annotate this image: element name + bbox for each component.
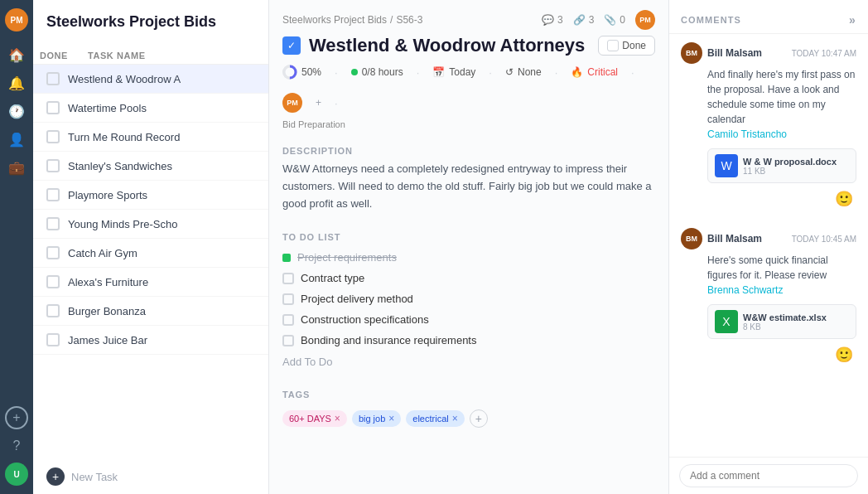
- task-checkbox[interactable]: [46, 130, 60, 143]
- todo-section: Project requirementsContract typeProject…: [269, 247, 668, 383]
- task-list-header: Steelworks Project Bids: [33, 0, 268, 47]
- comments-header: COMMENTS »: [669, 0, 868, 34]
- collapse-button[interactable]: »: [849, 13, 856, 27]
- task-item[interactable]: Burger Bonanza: [33, 297, 268, 326]
- tag[interactable]: big job×: [352, 410, 401, 427]
- comment-attachment[interactable]: X W&W estimate.xlsx 8 KB: [707, 304, 856, 339]
- done-label: Done: [622, 40, 646, 51]
- sidebar-icon-bell[interactable]: 🔔: [5, 71, 28, 94]
- tag-remove-icon[interactable]: ×: [452, 413, 458, 424]
- task-name: Young Minds Pre-Scho: [68, 218, 178, 230]
- task-checkbox[interactable]: [46, 72, 60, 85]
- task-checkbox[interactable]: [46, 101, 60, 114]
- todo-item[interactable]: Project delivery method: [282, 288, 655, 309]
- task-item[interactable]: Turn Me Round Record: [33, 123, 268, 152]
- done-checkbox: [607, 40, 619, 51]
- main-container: Steelworks Project Bids DONE TASK NAME W…: [33, 0, 868, 494]
- todo-checkbox[interactable]: [282, 273, 294, 284]
- task-list-columns: DONE TASK NAME: [33, 47, 268, 65]
- links-count: 3: [589, 14, 595, 26]
- tag-add-button[interactable]: +: [470, 409, 488, 428]
- task-type-icon: ✓: [282, 36, 301, 55]
- task-item[interactable]: Alexa's Furniture: [33, 268, 268, 297]
- todo-checkbox[interactable]: [282, 314, 294, 326]
- tag[interactable]: electrical×: [406, 410, 464, 427]
- detail-props: 50% · 0/8 hours · 📅 Today · ↺ None · 🔥 C…: [269, 60, 668, 118]
- task-item[interactable]: Playmore Sports: [33, 181, 268, 210]
- detail-panel: Steelworks Project Bids / S56-3 💬 3 🔗 3 …: [269, 0, 669, 494]
- task-checkbox[interactable]: [46, 246, 60, 259]
- todo-checkbox[interactable]: [282, 335, 294, 346]
- todo-item[interactable]: Contract type: [282, 268, 655, 288]
- comment-mention[interactable]: Camilo Tristancho: [707, 128, 787, 140]
- prop-hours[interactable]: 0/8 hours: [351, 66, 403, 78]
- comment-attachment[interactable]: W W & W proposal.docx 11 KB: [707, 148, 856, 183]
- comment-mention[interactable]: Brenna Schwartz: [707, 284, 783, 296]
- todo-item[interactable]: Construction specifications: [282, 309, 655, 330]
- priority-icon: 🔥: [571, 66, 583, 78]
- detail-title-row: ✓ Westlend & Woodrow Attorneys Done: [269, 30, 668, 60]
- task-item[interactable]: Catch Air Gym: [33, 239, 268, 268]
- task-checkbox[interactable]: [46, 217, 60, 230]
- prop-assignee-avatar[interactable]: PM: [282, 93, 302, 113]
- emoji-row: 🙂: [681, 342, 856, 370]
- prop-date[interactable]: 📅 Today: [432, 66, 475, 78]
- add-task-icon[interactable]: +: [46, 467, 65, 486]
- progress-value: 50%: [301, 66, 321, 78]
- comment-icon: 💬: [542, 14, 554, 26]
- prop-progress[interactable]: 50%: [282, 65, 321, 80]
- emoji-button[interactable]: 🙂: [832, 342, 856, 367]
- task-checkbox[interactable]: [46, 275, 60, 288]
- todo-checkbox[interactable]: [282, 293, 294, 305]
- comment-input[interactable]: [679, 464, 858, 487]
- task-name: Burger Bonanza: [68, 305, 146, 317]
- task-item[interactable]: Stanley's Sandwiches: [33, 152, 268, 181]
- new-task-row[interactable]: + New Task: [33, 459, 268, 494]
- tag-label: big job: [359, 414, 385, 424]
- sidebar-user-avatar[interactable]: U: [5, 463, 28, 486]
- task-checkbox[interactable]: [46, 188, 60, 201]
- task-list-panel: Steelworks Project Bids DONE TASK NAME W…: [33, 0, 269, 494]
- tag-remove-icon[interactable]: ×: [388, 413, 394, 424]
- tags-section: TAGS 60+ DAYS×big job×electrical×+: [269, 383, 668, 438]
- tags-row: 60+ DAYS×big job×electrical×+: [282, 409, 655, 428]
- comment-text: And finally here's my first pass on the …: [681, 67, 856, 142]
- task-item[interactable]: Westlend & Woodrow A: [33, 65, 268, 94]
- hours-value: 0/8 hours: [362, 66, 403, 78]
- sidebar-icon-home[interactable]: 🏠: [5, 43, 28, 66]
- task-item[interactable]: James Juice Bar: [33, 326, 268, 355]
- attachments-count: 0: [620, 14, 625, 26]
- prop-priority[interactable]: 🔥 Critical: [571, 66, 618, 78]
- add-todo-button[interactable]: Add To Do: [282, 351, 655, 373]
- tag[interactable]: 60+ DAYS×: [282, 410, 347, 427]
- todo-text: Contract type: [301, 272, 364, 284]
- tag-remove-icon[interactable]: ×: [335, 413, 340, 424]
- comments-count: 3: [557, 14, 563, 26]
- prop-add[interactable]: +: [316, 97, 321, 109]
- done-button[interactable]: Done: [598, 36, 655, 56]
- task-item[interactable]: Young Minds Pre-Scho: [33, 210, 268, 239]
- sidebar-icon-briefcase[interactable]: 💼: [5, 156, 28, 179]
- todo-item[interactable]: Bonding and insurance requirements: [282, 330, 655, 351]
- emoji-button[interactable]: 🙂: [832, 186, 856, 211]
- sidebar-icon-help[interactable]: ?: [5, 434, 28, 458]
- todo-item[interactable]: Project requirements: [282, 247, 655, 268]
- task-checkbox[interactable]: [46, 304, 60, 317]
- sidebar-add-button[interactable]: +: [5, 406, 28, 429]
- sidebar-top-avatar: PM: [5, 8, 28, 31]
- detail-title[interactable]: Westlend & Woodrow Attorneys: [309, 35, 590, 56]
- description-text[interactable]: W&W Attorneys need a completely redesign…: [269, 161, 668, 222]
- sidebar-icon-clock[interactable]: 🕐: [5, 99, 28, 123]
- comment-time: TODAY 10:47 AM: [792, 49, 856, 58]
- task-list-title: Steelworks Project Bids: [46, 13, 255, 31]
- task-item[interactable]: Watertime Pools: [33, 94, 268, 123]
- task-checkbox[interactable]: [46, 159, 60, 172]
- sidebar-icon-person[interactable]: 👤: [5, 128, 28, 151]
- bid-prep-label: Bid Preparation: [269, 118, 668, 136]
- task-checkbox[interactable]: [46, 333, 60, 346]
- calendar-icon: 📅: [432, 66, 445, 78]
- attach-type-icon: X: [715, 310, 738, 333]
- breadcrumb-parent[interactable]: Steelworks Project Bids: [282, 14, 387, 26]
- comment-avatar: BM: [681, 42, 702, 64]
- prop-recurrence[interactable]: ↺ None: [505, 66, 542, 78]
